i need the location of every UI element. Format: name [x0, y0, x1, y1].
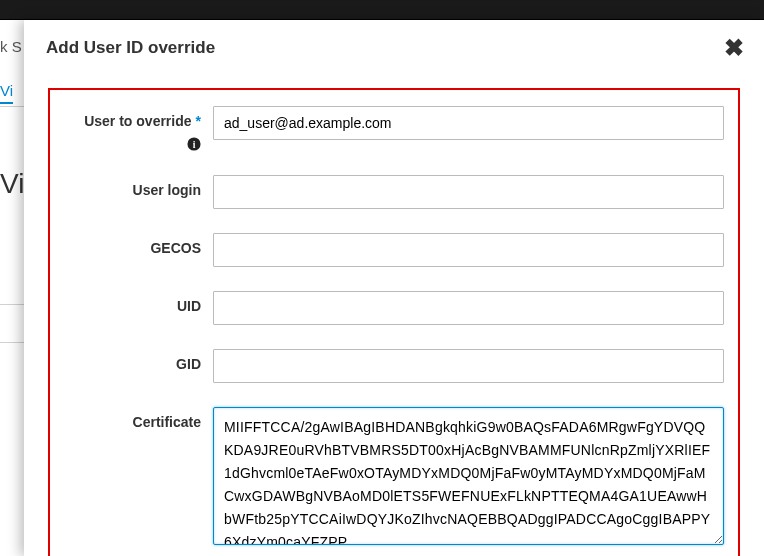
form-highlight-region: User to override* i User login: [48, 88, 740, 556]
certificate-textarea[interactable]: [213, 407, 724, 545]
label-gid: GID: [58, 349, 213, 372]
gid-input[interactable]: [213, 349, 724, 383]
user-to-override-input[interactable]: [213, 106, 724, 140]
field-row-user-login: User login: [58, 175, 730, 209]
label-uid: UID: [58, 291, 213, 314]
bg-tab-fragment: Vi: [0, 82, 13, 104]
required-icon: *: [196, 113, 201, 129]
field-row-gecos: GECOS: [58, 233, 730, 267]
label-text: User to override: [84, 113, 191, 129]
add-user-id-override-dialog: Add User ID override ✖ User to override*…: [24, 20, 764, 556]
field-row-uid: UID: [58, 291, 730, 325]
label-user-login: User login: [58, 175, 213, 198]
dialog-title: Add User ID override: [46, 38, 215, 57]
bg-heading-fragment: Vi: [0, 168, 24, 200]
label-gecos: GECOS: [58, 233, 213, 256]
close-icon: ✖: [724, 34, 744, 61]
close-button[interactable]: ✖: [724, 36, 744, 60]
uid-input[interactable]: [213, 291, 724, 325]
user-login-input[interactable]: [213, 175, 724, 209]
field-row-gid: GID: [58, 349, 730, 383]
svg-text:i: i: [193, 139, 196, 150]
field-row-certificate: Certificate: [58, 407, 730, 549]
gecos-input[interactable]: [213, 233, 724, 267]
top-bar: [0, 0, 764, 20]
label-user-to-override: User to override* i: [58, 106, 213, 151]
field-row-user-to-override: User to override* i: [58, 106, 730, 151]
info-icon[interactable]: i: [187, 137, 201, 151]
dialog-header: Add User ID override ✖: [24, 20, 764, 72]
label-certificate: Certificate: [58, 407, 213, 430]
dialog-body: User to override* i User login: [24, 72, 764, 556]
bg-fragment-text: k S: [0, 38, 22, 55]
